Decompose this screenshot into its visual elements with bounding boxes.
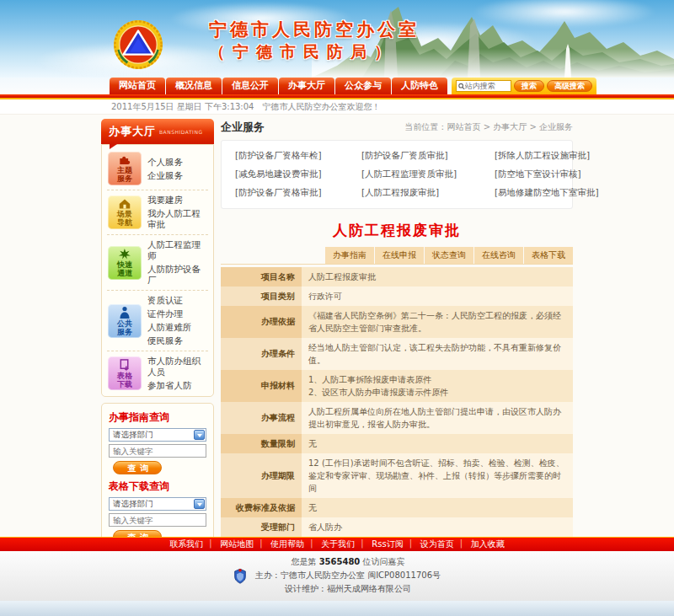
footer-link-help[interactable]: 使用帮助 bbox=[262, 538, 313, 550]
footer-link-rss[interactable]: Rss订阅 bbox=[363, 538, 411, 550]
public-service-icon: 公共服务 bbox=[108, 304, 142, 338]
table-row: 项目类别行政许可 bbox=[221, 287, 573, 306]
tab-form-download[interactable]: 表格下载 bbox=[524, 247, 573, 264]
sidebar-group-form-download: 表格下载 市人防办组织人员 参加省人防 bbox=[107, 351, 208, 395]
footer-design-line: 设计维护：福州天成网络有限公司 bbox=[255, 582, 441, 596]
nav-item-service-hall[interactable]: 办事大厅 bbox=[279, 78, 334, 94]
sidebar-group-theme-service: 主题服务 个人服务 企业服务 bbox=[107, 147, 208, 190]
date-bar: 2011年5月15日 星期日 下午3:13:04 宁德市人民防空办公室欢迎您！ bbox=[0, 99, 674, 115]
table-row: 受理部门省人防办 bbox=[221, 517, 573, 537]
main-header: 企业服务 当前位置：网站首页 > 办事大厅 > 企业服务 bbox=[221, 120, 573, 135]
sidebar-group-scene-nav: 场景导航 我要建房 我办人防工程审批 bbox=[107, 190, 208, 235]
sidebar-link-supervisor[interactable]: 人防工程监理师 bbox=[147, 239, 207, 261]
guide-query-button[interactable]: 查询 bbox=[113, 461, 162, 474]
guide-keyword-input[interactable] bbox=[109, 444, 206, 458]
sidebar-link-org-personnel[interactable]: 市人防办组织人员 bbox=[147, 356, 207, 378]
sidebar-link-shelter[interactable]: 人防避难所 bbox=[147, 322, 192, 333]
quick-channel-icon: 快速通道 bbox=[108, 246, 142, 280]
site-subtitle: （宁德市民防局） bbox=[209, 40, 420, 62]
nav-item-overview[interactable]: 概况信息 bbox=[166, 78, 222, 94]
sidebar-link-qualification[interactable]: 资质认证 bbox=[147, 295, 192, 306]
tab-status-query[interactable]: 状态查询 bbox=[425, 247, 473, 264]
sidebar-group-public-service: 公共服务 资质认证 证件办理 人防避难所 便民服务 bbox=[107, 291, 208, 351]
search-input[interactable] bbox=[465, 82, 509, 91]
service-link[interactable]: [防护设备厂资质审批] bbox=[361, 150, 495, 162]
nav-item-features[interactable]: 人防特色 bbox=[392, 78, 447, 94]
sidebar-link-enterprise-service[interactable]: 企业服务 bbox=[147, 170, 183, 181]
footer-badge-icon bbox=[233, 568, 247, 584]
search-button[interactable]: 搜索 bbox=[514, 80, 544, 92]
table-row: 办事流程人防工程所属单位向所在地人防主管部门提出申请，由设区市人防办提出初审意见… bbox=[221, 402, 573, 434]
nav-item-home[interactable]: 网站首页 bbox=[110, 78, 165, 94]
theme-service-icon: 主题服务 bbox=[108, 152, 142, 185]
service-link[interactable]: [易地修建防空地下室审批] bbox=[495, 187, 599, 199]
footer-bottom-strip bbox=[0, 601, 674, 616]
guide-query-title: 办事指南查询 bbox=[109, 410, 206, 425]
main-nav: 网站首页 概况信息 信息公开 办事大厅 公众参与 人防特色 搜索 高级搜索 bbox=[0, 78, 674, 94]
footer-text: 您是第 3565480 位访问嘉宾 主办：宁德市人民防空办公室 闽ICP0801… bbox=[255, 555, 441, 596]
detail-title: 人防工程报废审批 bbox=[221, 221, 573, 240]
sidebar-link-equipment-factory[interactable]: 人防防护设备厂 bbox=[147, 264, 207, 286]
form-dept-select[interactable]: 请选择部门 bbox=[109, 497, 206, 511]
tab-online-apply[interactable]: 在线申报 bbox=[375, 247, 424, 264]
footer-link-set-homepage[interactable]: 设为首页 bbox=[412, 538, 463, 550]
section-title: 企业服务 bbox=[221, 120, 265, 135]
sidebar-link-project-approval[interactable]: 我办人防工程审批 bbox=[147, 208, 207, 230]
service-link[interactable]: [防护设备厂资格年检] bbox=[235, 150, 361, 162]
service-links-box: [防护设备厂资格年检] [防护设备厂资质审批] [拆除人防工程设施审批] [减免… bbox=[221, 140, 573, 209]
breadcrumb[interactable]: 当前位置：网站首页 > 办事大厅 > 企业服务 bbox=[405, 121, 573, 133]
nav-item-participation[interactable]: 公众参与 bbox=[335, 78, 391, 94]
service-link[interactable]: [防空地下室设计审核] bbox=[495, 169, 599, 180]
service-link[interactable]: [减免易地建设费审批] bbox=[235, 169, 361, 180]
service-link[interactable]: [人防工程监理资质审批] bbox=[361, 169, 495, 180]
sidebar-link-convenience[interactable]: 便民服务 bbox=[147, 335, 192, 346]
service-link[interactable]: [防护设备厂资格审批] bbox=[235, 187, 361, 199]
table-row: 项目名称人防工程报废审批 bbox=[221, 267, 573, 287]
sidebar-service-groups: 主题服务 个人服务 企业服务 场景导航 bbox=[101, 144, 214, 397]
table-row: 办理依据《福建省人民防空条例》第二十一条：人民防空工程的报废，必须经省人民防空主… bbox=[221, 306, 573, 338]
service-link[interactable]: [拆除人防工程设施审批] bbox=[495, 150, 599, 162]
footer-info: 您是第 3565480 位访问嘉宾 主办：宁德市人民防空办公室 闽ICP0801… bbox=[0, 551, 674, 601]
form-dept-select-value: 请选择部门 bbox=[113, 499, 153, 510]
sidebar-link-build-house[interactable]: 我要建房 bbox=[147, 195, 207, 206]
sidebar-group-quick-channel: 快速通道 人防工程监理师 人防防护设备厂 bbox=[107, 235, 208, 291]
search-icon bbox=[458, 83, 465, 90]
table-row: 办理期限12 (工作日)承诺时间不包含听证、招标、拍卖、检验、检测、检疫、鉴定和… bbox=[221, 453, 573, 498]
footer-link-sitemap[interactable]: 网站地图 bbox=[211, 538, 262, 550]
table-row: 申报材料1、人防工事拆除报废申请表原件 2、设区市人防办申请报废请示件原件 bbox=[221, 370, 573, 402]
footer-links: 联系我们 网站地图 使用帮助 关于我们 Rss订阅 设为首页 加入收藏 bbox=[0, 537, 674, 551]
page: 宁德市人民防空办公室 （宁德市民防局） 网站首页 概况信息 信息公开 办事大厅 … bbox=[0, 0, 674, 616]
nav-tabs: 网站首页 概况信息 信息公开 办事大厅 公众参与 人防特色 bbox=[110, 78, 448, 94]
form-query-title: 表格下载查询 bbox=[109, 479, 206, 494]
detail-tabs: 办事指南 在线申报 状态查询 在线咨询 表格下载 bbox=[221, 247, 573, 265]
sidebar-link-province-defense[interactable]: 参加省人防 bbox=[147, 380, 207, 391]
tab-online-consult[interactable]: 在线咨询 bbox=[474, 247, 523, 264]
site-title: 宁德市人民防空办公室 bbox=[209, 19, 420, 40]
search-zone: 搜索 高级搜索 bbox=[452, 78, 596, 94]
form-keyword-input[interactable] bbox=[109, 513, 206, 527]
advanced-search-button[interactable]: 高级搜索 bbox=[547, 80, 592, 92]
footer: 联系我们 网站地图 使用帮助 关于我们 Rss订阅 设为首页 加入收藏 您是第 … bbox=[0, 537, 674, 616]
visitor-count: 3565480 bbox=[319, 557, 361, 566]
service-link[interactable]: [人防工程报废审批] bbox=[361, 187, 495, 199]
chevron-down-icon bbox=[194, 499, 205, 509]
scene-nav-icon: 场景导航 bbox=[108, 196, 142, 229]
visitor-counter: 您是第 3565480 位访问嘉宾 bbox=[255, 555, 441, 569]
sidebar: 办事大厅 BANSHIDATING 主题服务 个人服务 企业服务 bbox=[101, 119, 214, 597]
sidebar-header: 办事大厅 BANSHIDATING bbox=[101, 119, 214, 144]
site-header: 宁德市人民防空办公室 （宁德市民防局） bbox=[0, 0, 674, 78]
sidebar-link-certificate[interactable]: 证件办理 bbox=[147, 308, 192, 319]
table-row: 数量限制无 bbox=[221, 434, 573, 453]
sidebar-subtitle: BANSHIDATING bbox=[159, 129, 203, 135]
tab-guide[interactable]: 办事指南 bbox=[325, 247, 374, 264]
table-row: 办理条件经当地人防主管部门认定，该工程失去防护功能，不具有重新修复价值。 bbox=[221, 338, 573, 370]
footer-link-about[interactable]: 关于我们 bbox=[313, 538, 363, 550]
footer-link-favorite[interactable]: 加入收藏 bbox=[463, 538, 513, 550]
search-box bbox=[456, 80, 511, 92]
sidebar-link-personal-service[interactable]: 个人服务 bbox=[147, 157, 183, 168]
guide-dept-select[interactable]: 请选择部门 bbox=[109, 428, 206, 442]
nav-item-info-disclosure[interactable]: 信息公开 bbox=[222, 78, 278, 94]
footer-link-contact[interactable]: 联系我们 bbox=[161, 538, 211, 550]
table-row: 收费标准及依据无 bbox=[221, 498, 573, 517]
form-download-icon: 表格下载 bbox=[108, 356, 142, 390]
